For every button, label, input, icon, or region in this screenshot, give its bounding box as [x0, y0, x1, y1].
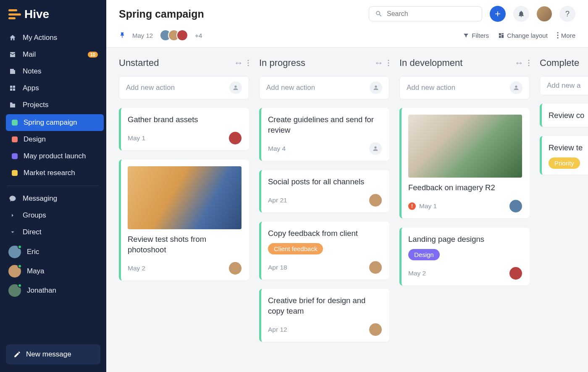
- avatar-stack[interactable]: [160, 29, 188, 41]
- label: Eric: [27, 248, 39, 256]
- card[interactable]: Review co: [540, 104, 588, 127]
- sidebar-project-market-research[interactable]: Market research: [6, 165, 104, 181]
- notifications-button[interactable]: [513, 6, 529, 22]
- more-icon[interactable]: [528, 60, 530, 66]
- person-icon[interactable]: [370, 81, 382, 94]
- card-date: Apr 21: [268, 196, 287, 204]
- add-action-input[interactable]: Add new action: [259, 76, 389, 100]
- assignee-avatar[interactable]: [229, 262, 242, 275]
- assignee-avatar[interactable]: [229, 132, 242, 144]
- sidebar-item-messaging[interactable]: Messaging: [3, 190, 104, 207]
- svg-point-9: [528, 60, 530, 61]
- assignee-avatar[interactable]: [369, 194, 382, 207]
- sidebar-item-projects[interactable]: Projects: [3, 97, 104, 113]
- card-tag: Client feedback: [268, 243, 323, 254]
- card[interactable]: Gather brand assetsMay 1: [119, 108, 249, 150]
- main: Spring campaign ? May 12 +4: [106, 0, 588, 372]
- more-button[interactable]: More: [557, 32, 575, 39]
- add-action-input[interactable]: Add new action: [119, 76, 249, 100]
- resize-icon[interactable]: ↔: [514, 58, 524, 68]
- card-title: Copy feedback from client: [268, 228, 382, 239]
- card-title: Gather brand assets: [128, 115, 242, 125]
- placeholder: Add new action: [126, 84, 175, 92]
- column-header: Unstarted↔: [119, 58, 249, 68]
- label: New message: [26, 350, 71, 359]
- divider: [8, 186, 99, 186]
- card[interactable]: Feedback on imagery R2!May 1: [399, 108, 530, 218]
- label: Maya: [27, 267, 45, 275]
- person-icon[interactable]: [510, 81, 522, 94]
- resize-icon[interactable]: ↔: [234, 58, 243, 68]
- sidebar-item-direct[interactable]: Direct: [3, 224, 104, 241]
- presence-dot: [18, 264, 22, 268]
- search-input[interactable]: [387, 10, 476, 18]
- label: My Actions: [23, 34, 57, 42]
- assignee-empty[interactable]: [369, 142, 382, 155]
- logo[interactable]: Hive: [0, 0, 106, 29]
- apps-icon: [8, 84, 17, 92]
- card[interactable]: Review tePriority: [540, 136, 588, 175]
- page-title: Spring campaign: [119, 8, 204, 20]
- card[interactable]: Social posts for all channelsApr 21: [259, 170, 389, 212]
- card-tag: Design: [408, 249, 440, 260]
- filters-button[interactable]: Filters: [463, 32, 489, 39]
- column-unstarted: Unstarted↔Add new actionGather brand ass…: [119, 58, 249, 362]
- mail-icon: [8, 50, 17, 59]
- kanban-board: Unstarted↔Add new actionGather brand ass…: [106, 47, 588, 372]
- search-box[interactable]: [369, 6, 482, 21]
- sidebar-project-design[interactable]: Design: [6, 131, 104, 148]
- chevron-down-icon: [8, 228, 17, 236]
- help-button[interactable]: ?: [559, 6, 575, 22]
- label: Notes: [23, 67, 41, 76]
- add-button[interactable]: [490, 6, 506, 22]
- dm-eric[interactable]: Eric: [3, 242, 104, 262]
- label: Market research: [24, 169, 75, 177]
- assignee-avatar[interactable]: [369, 261, 382, 274]
- svg-point-7: [388, 63, 389, 64]
- presence-dot: [18, 245, 22, 249]
- sidebar-item-notes[interactable]: Notes: [3, 63, 104, 80]
- column-in-development: In development↔Add new actionFeedback on…: [399, 58, 530, 362]
- label: Change layout: [507, 32, 548, 39]
- card-title: Creative brief for design and copy team: [268, 296, 382, 317]
- compose-icon: [13, 351, 21, 358]
- sidebar-item-groups[interactable]: Groups: [3, 207, 104, 224]
- avatar: [8, 265, 21, 278]
- column-complete: CompleteAdd new aReview coReview tePrior…: [540, 58, 588, 362]
- sidebar-item-my-actions[interactable]: My Actions: [3, 29, 104, 46]
- add-action-input[interactable]: Add new action: [399, 76, 530, 100]
- card-date: Apr 18: [268, 264, 287, 271]
- dm-maya[interactable]: Maya: [3, 262, 104, 281]
- assignee-avatar[interactable]: [369, 323, 382, 336]
- label: Jonathan: [27, 286, 56, 295]
- card-date: May 2: [408, 270, 426, 277]
- card[interactable]: Creative brief for design and copy teamA…: [259, 289, 389, 342]
- color-dot: [12, 136, 18, 142]
- sub-toolbar: May 12 +4 Filters Change layout More: [106, 27, 588, 47]
- change-layout-button[interactable]: Change layout: [498, 32, 548, 39]
- sidebar-item-mail[interactable]: Mail10: [3, 46, 104, 63]
- pin-icon[interactable]: [119, 32, 126, 39]
- card[interactable]: Landing page designsDesignMay 2: [399, 228, 530, 286]
- card[interactable]: Create guidelines and send for reviewMay…: [259, 108, 389, 161]
- avatar-overflow-count[interactable]: +4: [195, 32, 202, 39]
- more-icon[interactable]: [388, 60, 389, 66]
- column-title: Complete: [540, 58, 579, 68]
- new-message-button[interactable]: New message: [6, 344, 100, 364]
- more-icon[interactable]: [247, 60, 249, 66]
- label: Mail: [23, 50, 36, 59]
- sidebar-item-apps[interactable]: Apps: [3, 80, 104, 97]
- card[interactable]: Copy feedback from clientClient feedback…: [259, 222, 389, 280]
- sidebar-project-may-product-launch[interactable]: May product launch: [6, 148, 104, 165]
- assignee-avatar[interactable]: [509, 267, 522, 280]
- card[interactable]: Review test shots from photoshootMay 2: [119, 160, 249, 280]
- resize-icon[interactable]: ↔: [374, 58, 383, 68]
- assignee-avatar[interactable]: [509, 200, 522, 212]
- dm-jonathan[interactable]: Jonathan: [3, 281, 104, 300]
- add-action-input[interactable]: Add new a: [540, 76, 588, 95]
- placeholder: Add new action: [266, 84, 315, 92]
- svg-point-8: [388, 65, 389, 66]
- person-icon[interactable]: [229, 81, 242, 94]
- sidebar-project-spring-campaign[interactable]: Spring campaign: [6, 114, 104, 131]
- user-avatar[interactable]: [537, 6, 552, 21]
